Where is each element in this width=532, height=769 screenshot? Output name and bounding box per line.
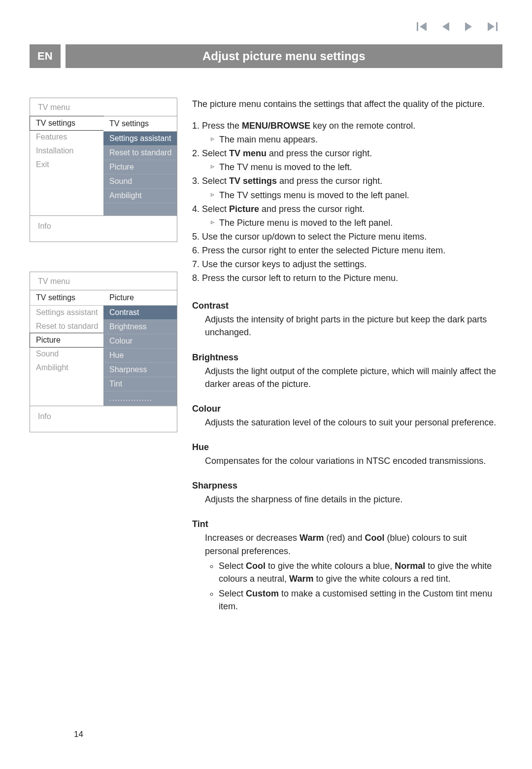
tint-tips: Select Cool to give the white colours a … [208,559,502,613]
tint-tip: Select Cool to give the white colours a … [219,559,502,585]
step-text: Press the [202,121,242,131]
step-item: Select TV settings and press the cursor … [202,175,502,201]
section-head-brightness: Brightness [192,351,502,364]
menu-right-item[interactable]: Ambilight [103,189,177,203]
menu-left-item[interactable]: Exit [30,158,103,172]
tint-text: (red) and [324,533,365,543]
header: EN Adjust picture menu settings [30,44,502,68]
step-item: Select Picture and press the cursor righ… [202,203,502,229]
step-text: key on the remote control. [310,121,415,131]
step-bold: MENU/BROWSE [242,121,310,131]
svg-rect-5 [496,22,498,31]
triangle-icon: ▹ [211,216,214,229]
menu-right-item[interactable]: Brightness [103,320,177,334]
step-bold: TV menu [229,148,266,158]
tip-bold: Normal [395,561,425,571]
step-text: and press the cursor right. [266,148,372,158]
menu-left-item[interactable]: TV settings [30,116,104,131]
step-sub-text: The Picture menu is moved to the left pa… [219,216,393,229]
tip-text: to give the white colours a blue, [266,561,395,571]
step-text: and press the cursor right. [277,176,382,186]
play-icon[interactable] [464,22,473,31]
step-sub: ▹The TV settings menu is moved to the le… [211,189,502,202]
menu-title: TV menu [30,98,177,116]
tint-tip: Select Custom to make a customised setti… [219,587,502,613]
section-head-colour: Colour [192,402,502,415]
menu-left-item[interactable]: Ambilight [30,361,103,375]
menu-title: TV menu [30,272,177,290]
svg-rect-0 [417,22,418,31]
section-head-tint: Tint [192,518,502,530]
step-text: and press the cursor right. [259,204,365,214]
page-number: 14 [74,730,83,739]
menu-info: Info [30,215,177,242]
menu-left-head: TV settings [30,290,103,306]
svg-marker-1 [420,22,427,31]
language-tag: EN [30,44,61,68]
triangle-icon: ▹ [211,133,214,146]
triangle-icon: ▹ [211,161,214,174]
step-bold: Picture [229,204,259,214]
menu-left-spacer [30,185,103,199]
tip-bold: Custom [246,589,279,598]
menu-right-item[interactable]: Contrast [103,306,177,320]
menu-right-item[interactable]: Reset to standard [103,146,177,160]
step-item: Select TV menu and press the cursor righ… [202,147,502,174]
tint-bold: Warm [299,533,324,543]
menu-left-item[interactable]: Reset to standard [30,319,103,333]
steps-list: Press the MENU/BROWSE key on the remote … [192,119,502,284]
right-column: The picture menu contains the settings t… [192,98,502,615]
menu-left-item[interactable]: Picture [30,333,104,348]
menu-right-item[interactable]: Settings assistant [103,132,177,146]
step-item: Use the cursor keys to adjust the settin… [202,258,502,271]
first-icon[interactable] [417,22,428,31]
menu-info: Info [30,406,177,432]
back-icon[interactable] [441,22,450,31]
step-text: Use the cursor keys to adjust the settin… [202,259,366,269]
menu-left-item[interactable]: Sound [30,347,103,361]
intro-text: The picture menu contains the settings t… [192,98,502,110]
menu-box-2: TV menu TV settings Settings assistant R… [30,272,177,432]
step-sub: ▹The TV menu is moved to the left. [211,161,502,174]
step-sub: ▹The Picture menu is moved to the left p… [211,216,502,229]
svg-marker-2 [442,22,449,31]
nav-icons [417,22,498,31]
left-column: TV menu TV settings Features Installatio… [30,98,177,615]
menu-right-item[interactable]: Sharpness [103,363,177,377]
step-sub: ▹The main menu appears. [211,133,502,146]
section-head-hue: Hue [192,441,502,454]
step-text: Use the cursor up/down to select the Pic… [202,232,427,242]
tip-bold: Cool [246,561,266,571]
last-icon[interactable] [487,22,498,31]
menu-right-item[interactable]: Colour [103,334,177,349]
tint-bold: Cool [365,533,384,543]
menu-right-item-more: ................ [103,391,177,406]
svg-marker-3 [465,22,472,31]
step-sub-text: The TV menu is moved to the left. [219,161,352,174]
menu-left-item[interactable]: Settings assistant [30,306,103,319]
menu-right-item[interactable]: Sound [103,175,177,189]
section-head-sharpness: Sharpness [192,479,502,492]
menu-left-item[interactable]: Installation [30,144,103,158]
step-text: Select [202,176,229,186]
menu-right-panel: TV settings Settings assistant Reset to … [103,116,177,215]
tip-text: Select [219,589,246,598]
step-text: Press the cursor right to enter the sele… [202,245,445,255]
menu-right-item[interactable]: Picture [103,160,177,175]
menu-box-1: TV menu TV settings Features Installatio… [30,98,177,242]
menu-left-spacer [30,375,103,388]
triangle-icon: ▹ [211,189,214,202]
step-bold: TV settings [229,176,277,186]
menu-left-item[interactable]: Features [30,130,103,144]
section-head-contrast: Contrast [192,299,502,312]
tint-text: Increases or decreases [205,533,299,543]
menu-right-panel: Picture Contrast Brightness Colour Hue S… [103,290,177,406]
section-body: Adjusts the saturation level of the colo… [205,416,502,429]
menu-right-item[interactable]: Hue [103,349,177,363]
menu-left-panel: TV settings Features Installation Exit [30,116,103,215]
menu-right-spacer [103,203,177,215]
step-item: Use the cursor up/down to select the Pic… [202,230,502,243]
menu-right-item[interactable]: Tint [103,377,177,391]
section-body: Adjusts the light output of the complete… [205,365,502,390]
menu-right-head: Picture [103,290,177,306]
